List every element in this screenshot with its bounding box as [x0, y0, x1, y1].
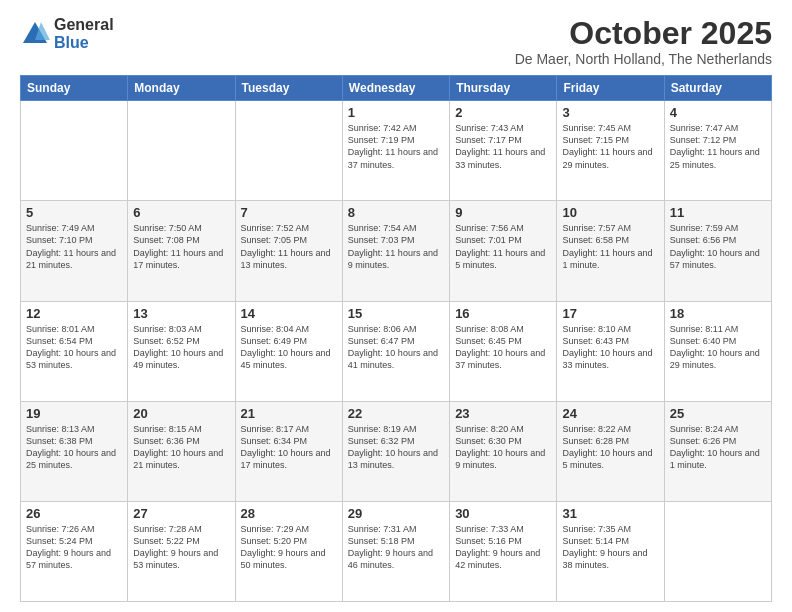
- logo-icon: [20, 19, 50, 49]
- day-info: Sunrise: 8:22 AM Sunset: 6:28 PM Dayligh…: [562, 423, 658, 472]
- table-row: 22Sunrise: 8:19 AM Sunset: 6:32 PM Dayli…: [342, 401, 449, 501]
- calendar-week-5: 26Sunrise: 7:26 AM Sunset: 5:24 PM Dayli…: [21, 501, 772, 601]
- day-number: 5: [26, 205, 122, 220]
- day-number: 31: [562, 506, 658, 521]
- table-row: 25Sunrise: 8:24 AM Sunset: 6:26 PM Dayli…: [664, 401, 771, 501]
- day-number: 9: [455, 205, 551, 220]
- day-number: 7: [241, 205, 337, 220]
- day-number: 17: [562, 306, 658, 321]
- day-number: 22: [348, 406, 444, 421]
- col-wednesday: Wednesday: [342, 76, 449, 101]
- day-info: Sunrise: 7:33 AM Sunset: 5:16 PM Dayligh…: [455, 523, 551, 572]
- table-row: [21, 101, 128, 201]
- table-row: 8Sunrise: 7:54 AM Sunset: 7:03 PM Daylig…: [342, 201, 449, 301]
- col-tuesday: Tuesday: [235, 76, 342, 101]
- header: General Blue October 2025 De Maer, North…: [20, 16, 772, 67]
- day-info: Sunrise: 8:13 AM Sunset: 6:38 PM Dayligh…: [26, 423, 122, 472]
- table-row: 30Sunrise: 7:33 AM Sunset: 5:16 PM Dayli…: [450, 501, 557, 601]
- table-row: 7Sunrise: 7:52 AM Sunset: 7:05 PM Daylig…: [235, 201, 342, 301]
- day-number: 24: [562, 406, 658, 421]
- day-info: Sunrise: 7:50 AM Sunset: 7:08 PM Dayligh…: [133, 222, 229, 271]
- table-row: [128, 101, 235, 201]
- table-row: 20Sunrise: 8:15 AM Sunset: 6:36 PM Dayli…: [128, 401, 235, 501]
- table-row: 26Sunrise: 7:26 AM Sunset: 5:24 PM Dayli…: [21, 501, 128, 601]
- logo-blue-label: Blue: [54, 34, 114, 52]
- day-number: 30: [455, 506, 551, 521]
- day-number: 28: [241, 506, 337, 521]
- day-number: 8: [348, 205, 444, 220]
- day-info: Sunrise: 7:26 AM Sunset: 5:24 PM Dayligh…: [26, 523, 122, 572]
- table-row: 4Sunrise: 7:47 AM Sunset: 7:12 PM Daylig…: [664, 101, 771, 201]
- table-row: 27Sunrise: 7:28 AM Sunset: 5:22 PM Dayli…: [128, 501, 235, 601]
- day-info: Sunrise: 8:19 AM Sunset: 6:32 PM Dayligh…: [348, 423, 444, 472]
- table-row: 19Sunrise: 8:13 AM Sunset: 6:38 PM Dayli…: [21, 401, 128, 501]
- day-info: Sunrise: 8:24 AM Sunset: 6:26 PM Dayligh…: [670, 423, 766, 472]
- day-number: 25: [670, 406, 766, 421]
- table-row: 12Sunrise: 8:01 AM Sunset: 6:54 PM Dayli…: [21, 301, 128, 401]
- day-info: Sunrise: 8:06 AM Sunset: 6:47 PM Dayligh…: [348, 323, 444, 372]
- day-info: Sunrise: 7:47 AM Sunset: 7:12 PM Dayligh…: [670, 122, 766, 171]
- day-number: 16: [455, 306, 551, 321]
- day-info: Sunrise: 7:49 AM Sunset: 7:10 PM Dayligh…: [26, 222, 122, 271]
- table-row: 2Sunrise: 7:43 AM Sunset: 7:17 PM Daylig…: [450, 101, 557, 201]
- calendar-header-row: Sunday Monday Tuesday Wednesday Thursday…: [21, 76, 772, 101]
- day-info: Sunrise: 8:17 AM Sunset: 6:34 PM Dayligh…: [241, 423, 337, 472]
- day-number: 4: [670, 105, 766, 120]
- table-row: 11Sunrise: 7:59 AM Sunset: 6:56 PM Dayli…: [664, 201, 771, 301]
- day-number: 26: [26, 506, 122, 521]
- logo: General Blue: [20, 16, 114, 51]
- calendar-week-3: 12Sunrise: 8:01 AM Sunset: 6:54 PM Dayli…: [21, 301, 772, 401]
- table-row: 23Sunrise: 8:20 AM Sunset: 6:30 PM Dayli…: [450, 401, 557, 501]
- col-friday: Friday: [557, 76, 664, 101]
- day-info: Sunrise: 8:10 AM Sunset: 6:43 PM Dayligh…: [562, 323, 658, 372]
- table-row: 18Sunrise: 8:11 AM Sunset: 6:40 PM Dayli…: [664, 301, 771, 401]
- day-info: Sunrise: 8:15 AM Sunset: 6:36 PM Dayligh…: [133, 423, 229, 472]
- day-number: 6: [133, 205, 229, 220]
- day-number: 18: [670, 306, 766, 321]
- day-info: Sunrise: 7:54 AM Sunset: 7:03 PM Dayligh…: [348, 222, 444, 271]
- day-info: Sunrise: 7:28 AM Sunset: 5:22 PM Dayligh…: [133, 523, 229, 572]
- calendar-table: Sunday Monday Tuesday Wednesday Thursday…: [20, 75, 772, 602]
- day-info: Sunrise: 8:01 AM Sunset: 6:54 PM Dayligh…: [26, 323, 122, 372]
- table-row: 6Sunrise: 7:50 AM Sunset: 7:08 PM Daylig…: [128, 201, 235, 301]
- table-row: 10Sunrise: 7:57 AM Sunset: 6:58 PM Dayli…: [557, 201, 664, 301]
- title-location: De Maer, North Holland, The Netherlands: [515, 51, 772, 67]
- table-row: 21Sunrise: 8:17 AM Sunset: 6:34 PM Dayli…: [235, 401, 342, 501]
- day-number: 20: [133, 406, 229, 421]
- day-number: 11: [670, 205, 766, 220]
- table-row: 1Sunrise: 7:42 AM Sunset: 7:19 PM Daylig…: [342, 101, 449, 201]
- day-number: 10: [562, 205, 658, 220]
- day-number: 27: [133, 506, 229, 521]
- title-month: October 2025: [515, 16, 772, 51]
- table-row: 29Sunrise: 7:31 AM Sunset: 5:18 PM Dayli…: [342, 501, 449, 601]
- day-info: Sunrise: 7:45 AM Sunset: 7:15 PM Dayligh…: [562, 122, 658, 171]
- calendar-week-1: 1Sunrise: 7:42 AM Sunset: 7:19 PM Daylig…: [21, 101, 772, 201]
- day-info: Sunrise: 7:42 AM Sunset: 7:19 PM Dayligh…: [348, 122, 444, 171]
- day-info: Sunrise: 7:31 AM Sunset: 5:18 PM Dayligh…: [348, 523, 444, 572]
- day-info: Sunrise: 8:11 AM Sunset: 6:40 PM Dayligh…: [670, 323, 766, 372]
- day-info: Sunrise: 7:59 AM Sunset: 6:56 PM Dayligh…: [670, 222, 766, 271]
- table-row: [235, 101, 342, 201]
- table-row: [664, 501, 771, 601]
- day-info: Sunrise: 8:04 AM Sunset: 6:49 PM Dayligh…: [241, 323, 337, 372]
- col-monday: Monday: [128, 76, 235, 101]
- table-row: 24Sunrise: 8:22 AM Sunset: 6:28 PM Dayli…: [557, 401, 664, 501]
- day-info: Sunrise: 7:43 AM Sunset: 7:17 PM Dayligh…: [455, 122, 551, 171]
- table-row: 14Sunrise: 8:04 AM Sunset: 6:49 PM Dayli…: [235, 301, 342, 401]
- table-row: 31Sunrise: 7:35 AM Sunset: 5:14 PM Dayli…: [557, 501, 664, 601]
- logo-general-label: General: [54, 16, 114, 34]
- day-info: Sunrise: 7:29 AM Sunset: 5:20 PM Dayligh…: [241, 523, 337, 572]
- day-number: 3: [562, 105, 658, 120]
- day-info: Sunrise: 8:08 AM Sunset: 6:45 PM Dayligh…: [455, 323, 551, 372]
- table-row: 17Sunrise: 8:10 AM Sunset: 6:43 PM Dayli…: [557, 301, 664, 401]
- logo-text: General Blue: [54, 16, 114, 51]
- col-saturday: Saturday: [664, 76, 771, 101]
- table-row: 16Sunrise: 8:08 AM Sunset: 6:45 PM Dayli…: [450, 301, 557, 401]
- day-number: 12: [26, 306, 122, 321]
- day-info: Sunrise: 8:03 AM Sunset: 6:52 PM Dayligh…: [133, 323, 229, 372]
- calendar-week-4: 19Sunrise: 8:13 AM Sunset: 6:38 PM Dayli…: [21, 401, 772, 501]
- table-row: 15Sunrise: 8:06 AM Sunset: 6:47 PM Dayli…: [342, 301, 449, 401]
- day-number: 19: [26, 406, 122, 421]
- table-row: 3Sunrise: 7:45 AM Sunset: 7:15 PM Daylig…: [557, 101, 664, 201]
- day-number: 21: [241, 406, 337, 421]
